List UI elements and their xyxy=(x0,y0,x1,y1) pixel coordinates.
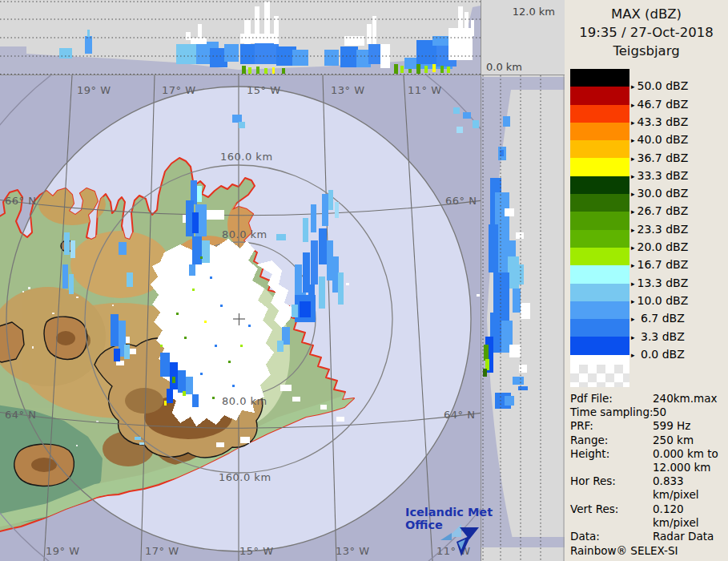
metadata-label: Time sampling: xyxy=(570,406,653,419)
colorbar-band xyxy=(570,140,629,158)
colorbar-label: ▸43.3 dBZ xyxy=(631,115,688,128)
colorbar-label: ▸40.0 dBZ xyxy=(631,133,688,146)
tick-arrow-icon: ▸ xyxy=(631,261,635,269)
colorbar-band xyxy=(570,123,629,140)
metadata-value: 0.120 km/pixel xyxy=(653,502,724,530)
metadata-row: Hor Res:0.833 km/pixel xyxy=(570,474,724,502)
colorbar-band xyxy=(570,158,629,176)
product-title: MAX (dBZ) xyxy=(565,5,728,23)
colorbar-band xyxy=(570,87,629,104)
colorbar-label: ▸26.7 dBZ xyxy=(631,204,688,217)
metadata-label: Data: xyxy=(570,530,653,543)
tick-arrow-icon: ▸ xyxy=(631,83,635,91)
legend-header: MAX (dBZ) 19:35 / 27-Oct-2018 Teigsbjarg xyxy=(565,5,728,60)
tick-arrow-icon: ▸ xyxy=(631,119,635,127)
colorbar-label: ▸ 6.7 dBZ xyxy=(631,312,685,325)
metadata-row: Pdf File:240km.max xyxy=(570,392,724,406)
colorbar-band xyxy=(570,194,629,212)
metadata-label: Hor Res: xyxy=(570,474,653,502)
radar-station-name: Teigsbjarg xyxy=(565,42,728,60)
colorbar-band xyxy=(570,105,629,123)
tick-arrow-icon: ▸ xyxy=(631,351,635,359)
tick-arrow-icon: ▸ xyxy=(631,297,635,305)
tick-arrow-icon: ▸ xyxy=(631,136,635,144)
tick-arrow-icon: ▸ xyxy=(631,315,635,323)
colorbar-band xyxy=(570,176,629,194)
colorbar-label: ▸13.3 dBZ xyxy=(631,276,688,289)
metadata-row: Range:250 km xyxy=(570,434,724,447)
metadata-value: 0.833 km/pixel xyxy=(653,474,724,502)
radar-application-window: 12.0 km 0.0 km xyxy=(0,0,728,561)
logo-arrows-icon xyxy=(439,518,484,559)
metadata-value: 599 Hz xyxy=(653,419,724,433)
metadata-label: PRF: xyxy=(570,419,653,433)
colorbar-band xyxy=(570,284,629,301)
right-height-profile-panel xyxy=(481,75,565,561)
metadata-row: Time sampling:50 xyxy=(570,406,724,419)
colorbar-label: ▸50.0 dBZ xyxy=(631,79,688,92)
colorbar-below-threshold xyxy=(570,355,629,365)
colorbar-band xyxy=(570,230,629,248)
metadata-row: Height:0.000 km to 12.000 km xyxy=(570,447,724,474)
colorbar-label: ▸ 0.0 dBZ xyxy=(631,348,685,361)
colorbar-label: ▸30.0 dBZ xyxy=(631,187,688,200)
colorbar-label: ▸10.0 dBZ xyxy=(631,294,688,307)
colorbar-label: ▸36.7 dBZ xyxy=(631,151,688,164)
colorbar-band xyxy=(570,319,629,337)
colorbar-label: ▸23.3 dBZ xyxy=(631,223,688,236)
colorbar-bands xyxy=(570,69,629,355)
metadata-value: 0.000 km to 12.000 km xyxy=(653,447,724,474)
metadata-value: 250 km xyxy=(653,434,724,447)
colorbar-band xyxy=(570,337,629,354)
dbz-colorbar xyxy=(570,69,629,387)
tick-arrow-icon: ▸ xyxy=(631,101,635,109)
tick-arrow-icon: ▸ xyxy=(631,208,635,216)
tick-arrow-icon: ▸ xyxy=(631,280,635,288)
profile-max-height-label: 12.0 km xyxy=(513,6,555,18)
metadata-row: PRF:599 Hz xyxy=(570,419,724,433)
metadata-value: 240km.max xyxy=(653,392,724,406)
tick-arrow-icon: ▸ xyxy=(631,226,635,234)
panel-separator-vertical xyxy=(481,0,481,561)
tick-arrow-icon: ▸ xyxy=(631,190,635,198)
product-metadata: Pdf File:240km.maxTime sampling:50PRF:59… xyxy=(570,392,724,558)
tick-arrow-icon: ▸ xyxy=(631,155,635,163)
colorbar-label: ▸33.3 dBZ xyxy=(631,169,688,182)
top-height-profile-panel xyxy=(0,0,481,75)
colorbar-label: ▸ 3.3 dBZ xyxy=(631,330,685,343)
tick-arrow-icon: ▸ xyxy=(631,333,635,341)
colorbar-band xyxy=(570,248,629,265)
colorbar-band xyxy=(570,301,629,319)
metadata-row: Vert Res:0.120 km/pixel xyxy=(570,502,724,530)
metadata-value: Radar Data xyxy=(653,530,724,543)
colorbar-band xyxy=(570,265,629,283)
tick-arrow-icon: ▸ xyxy=(631,172,635,180)
metadata-label: Pdf File: xyxy=(570,392,653,406)
metadata-row: Data:Radar Data xyxy=(570,530,724,543)
colorbar-band xyxy=(570,69,629,87)
product-datetime: 19:35 / 27-Oct-2018 xyxy=(565,23,728,42)
radar-map xyxy=(0,75,481,561)
metadata-rows: Pdf File:240km.maxTime sampling:50PRF:59… xyxy=(570,392,724,543)
software-name: Rainbow® SELEX-SI xyxy=(570,544,724,558)
colorbar-band xyxy=(570,212,629,229)
metadata-label: Vert Res: xyxy=(570,502,653,530)
profile-axis-corner: 12.0 km 0.0 km xyxy=(481,0,565,75)
metadata-label: Range: xyxy=(570,434,653,447)
icelandic-met-office-logo: Icelandic Met Office xyxy=(405,507,493,531)
colorbar-label: ▸20.0 dBZ xyxy=(631,240,688,253)
colorbar-label: ▸46.7 dBZ xyxy=(631,98,688,111)
metadata-value: 50 xyxy=(653,406,724,419)
metadata-label: Height: xyxy=(570,447,653,474)
tick-arrow-icon: ▸ xyxy=(631,244,635,252)
profile-min-height-label: 0.0 km xyxy=(486,61,522,73)
legend-panel: MAX (dBZ) 19:35 / 27-Oct-2018 Teigsbjarg… xyxy=(565,0,728,561)
colorbar-transparent-checker xyxy=(570,365,629,387)
colorbar-label: ▸16.7 dBZ xyxy=(631,258,688,271)
